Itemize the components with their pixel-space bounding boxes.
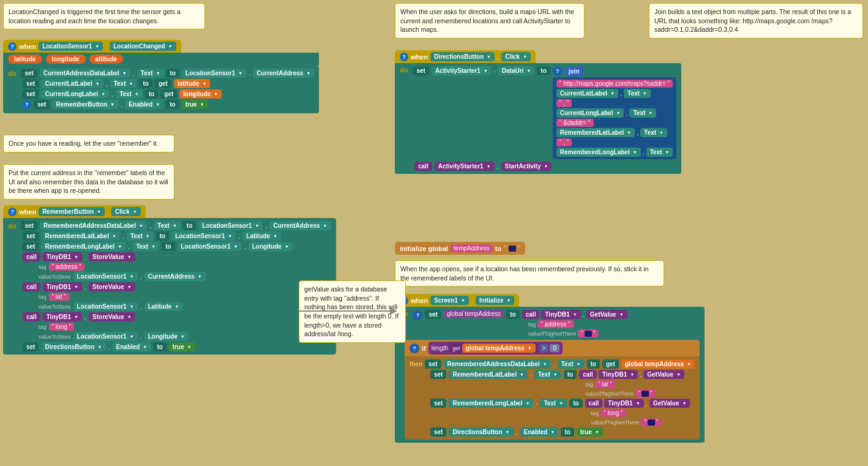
val-true-1[interactable]: true [182, 100, 208, 109]
prop-text-join2[interactable]: Text [629, 108, 656, 118]
comp-remembered-lat-lbl[interactable]: RememberedLatLabel [556, 128, 635, 137]
prop-text-6[interactable]: Text [132, 242, 159, 251]
component-location-sensor-2[interactable]: LocationSensor1 [182, 69, 246, 78]
str-tag-lat-1[interactable]: " lat " [595, 380, 615, 388]
num-zero[interactable]: 0 [550, 344, 559, 352]
prop-current-address[interactable]: CurrentAddress [253, 69, 314, 78]
comp-rem-long-label-2[interactable]: RememberedLongLabel [449, 399, 533, 408]
prop-text-join1[interactable]: Text [624, 89, 651, 98]
comp-directions-btn-3[interactable]: DirectionsButton [449, 427, 513, 437]
comp-tinydb1-getval-3[interactable]: TinyDB1 [604, 399, 643, 408]
str-empty-3[interactable]: "" [641, 418, 661, 426]
comp-ls-store-lat[interactable]: LocationSensor1 [73, 302, 138, 311]
comp-activity-starter[interactable]: ActivityStarter1 [432, 66, 492, 75]
prop-text-7[interactable]: Text [558, 359, 585, 369]
prop-text-9[interactable]: Text [540, 399, 567, 408]
comp-rem-addr-label-2[interactable]: RememberedAddressDataLabel [444, 359, 551, 369]
prop-text-4[interactable]: Text [154, 221, 181, 230]
var-longitude[interactable]: longitude [179, 89, 222, 99]
prop-text-8[interactable]: Text [534, 370, 561, 379]
event-name-location-changed[interactable]: LocationChanged [110, 42, 176, 51]
comp-remembered-addr-label[interactable]: RememberedAddressDataLabel [40, 221, 147, 230]
prop-curr-addr-2[interactable]: CurrentAddress [269, 221, 331, 230]
str-long[interactable]: " long " [49, 323, 75, 331]
comp-curr-long-lbl[interactable]: CurrentLongLabel [556, 108, 624, 118]
param-longitude[interactable]: longitude [46, 54, 86, 64]
component-current-lat-label[interactable]: CurrentLatLabel [41, 79, 103, 88]
method-getvalue-2[interactable]: GetValue [643, 370, 684, 379]
prop-enabled-2[interactable]: Enabled [113, 342, 151, 351]
q-mark-join[interactable]: ? [553, 66, 563, 76]
component-current-address-label[interactable]: CurrentAddressDataLabel [40, 69, 130, 78]
str-tag-long-1[interactable]: " long " [600, 409, 626, 417]
comp-activity-starter-call[interactable]: ActivityStarter1 [435, 162, 495, 171]
prop-text-5[interactable]: Text [127, 231, 154, 241]
method-getvalue-1[interactable]: GetValue [586, 310, 627, 319]
str-comma-1[interactable]: " , " [556, 99, 572, 107]
prop-latitude[interactable]: Latitude [242, 231, 281, 241]
prop-text-1[interactable]: Text [137, 69, 164, 78]
prop-text-join3[interactable]: Text [640, 128, 667, 137]
method-start-activity[interactable]: StartActivity [501, 162, 552, 171]
comp-remembered-long-lbl[interactable]: RememberedLongLabel [556, 148, 641, 157]
event-click-2[interactable]: Click [501, 52, 531, 61]
component-remember-button[interactable]: RememberButton [52, 100, 118, 109]
prop-datauri[interactable]: DataUri [498, 66, 535, 75]
str-comma-2[interactable]: " , " [556, 138, 572, 146]
prop-longitude[interactable]: Longitude [249, 242, 293, 251]
help-icon-3[interactable]: ? [8, 208, 17, 216]
method-store-value-1[interactable]: StoreValue [89, 252, 135, 261]
comp-ls-long[interactable]: LocationSensor1 [178, 242, 242, 251]
method-store-value-2[interactable]: StoreValue [89, 282, 135, 291]
prop-curr-addr-3[interactable]: CurrentAddress [144, 272, 206, 281]
prop-latitude-2[interactable]: Latitude [144, 302, 183, 311]
comp-ls-store-long[interactable]: LocationSensor1 [73, 332, 138, 341]
comp-remembered-long-label[interactable]: RememberedLongLabel [41, 242, 125, 251]
event-click-1[interactable]: Click [111, 207, 141, 216]
help-icon[interactable]: ? [8, 42, 17, 51]
comp-curr-lat-lbl[interactable]: CurrentLatLabel [556, 89, 618, 98]
comp-remembered-lat-label[interactable]: RememberedLatLabel [41, 231, 119, 241]
comp-rem-lat-label-2[interactable]: RememberedLatLabel [449, 370, 527, 379]
var-latitude[interactable]: latitude [174, 79, 211, 88]
str-tag-address-1[interactable]: " address " [537, 320, 573, 328]
str-empty-1[interactable]: "" [578, 329, 598, 337]
prop-longitude-2[interactable]: Longitude [144, 332, 189, 341]
str-empty-2[interactable]: "" [635, 389, 656, 397]
comp-tinydb1-1[interactable]: TinyDB1 [43, 252, 82, 261]
event-initialize[interactable]: Initialize [476, 296, 514, 305]
comp-tinydb1-getval-2[interactable]: TinyDB1 [599, 370, 638, 379]
prop-enabled-1[interactable]: Enabled [125, 100, 163, 109]
comp-ls-store-addr[interactable]: LocationSensor1 [73, 272, 138, 281]
prop-text-join4[interactable]: Text [646, 148, 673, 157]
comp-tinydb1-3[interactable]: TinyDB1 [43, 312, 82, 321]
q-mark-if[interactable]: ? [410, 344, 419, 353]
event-location-changed[interactable]: ? do when LocationSensor1 . LocationChan… [3, 40, 181, 53]
str-daddr[interactable]: " &daddr= " [556, 119, 594, 127]
method-store-value-3[interactable]: StoreValue [89, 312, 135, 321]
event-screen1-init[interactable]: ? when Screen1 . Initialize [395, 294, 519, 307]
method-getvalue-3[interactable]: GetValue [649, 399, 690, 408]
comp-ls-1[interactable]: LocationSensor1 [198, 221, 263, 230]
str-lat[interactable]: " lat " [49, 293, 69, 301]
comp-directions-btn-2[interactable]: DirectionsButton [430, 52, 495, 61]
event-directions-click[interactable]: ? when DirectionsButton . Click [395, 50, 536, 63]
comp-tinydb1-2[interactable]: TinyDB1 [43, 282, 82, 291]
comp-screen1[interactable]: Screen1 [430, 296, 469, 305]
help-icon-4[interactable]: ? [400, 53, 408, 61]
var-global-temp-addr[interactable]: global tempAddress [462, 344, 536, 353]
str-address[interactable]: " address " [49, 263, 84, 271]
component-current-long-label[interactable]: CurrentLongLabel [41, 89, 109, 99]
component-location-sensor[interactable]: LocationSensor1 [39, 42, 103, 51]
component-remember-btn[interactable]: RememberButton [39, 207, 105, 216]
val-true-2[interactable]: true [169, 342, 195, 351]
global-name-tempaddress[interactable]: tempAddress [451, 244, 493, 252]
var-global-temp-addr-2[interactable]: global tempAddress [621, 359, 695, 369]
param-latitude[interactable]: latitude [8, 54, 42, 64]
comp-directions-btn-1[interactable]: DirectionsButton [41, 342, 105, 351]
val-true-3[interactable]: true [577, 427, 603, 437]
prop-global-temp-addr[interactable]: global tempAddress [444, 310, 504, 318]
str-maps-url[interactable]: " http://maps.google.com/maps?saddr= " [556, 80, 673, 88]
op-gte[interactable]: > [540, 344, 548, 352]
comp-ls-lat[interactable]: LocationSensor1 [171, 231, 236, 241]
